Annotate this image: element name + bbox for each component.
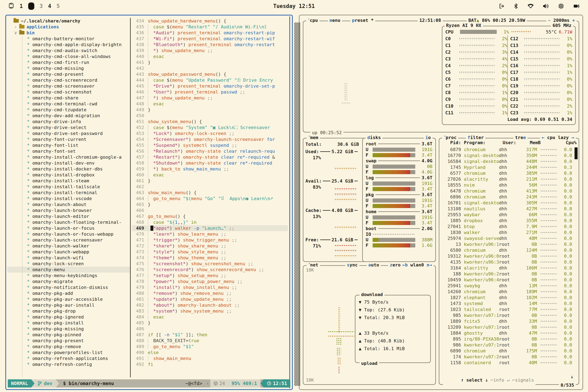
tree-file-item[interactable]: * omarchy-drive-set-password bbox=[7, 130, 130, 136]
process-row[interactable]: 25953waybardhh66M0.0 bbox=[440, 212, 573, 218]
tree-file-item[interactable]: * omarchy-drive-info bbox=[7, 118, 130, 124]
tree-file-item[interactable]: * omarchy-install-steam bbox=[7, 178, 130, 184]
tree-file-item[interactable]: * omarchy-cmd-close-all-windows bbox=[7, 54, 130, 60]
code-line[interactable]: 478 *power*) show_setup_power_menu ;; bbox=[132, 278, 288, 284]
code-line[interactable]: 443show_update_password_menu() { bbox=[132, 71, 288, 77]
code-line[interactable]: 440 esac bbox=[132, 54, 288, 60]
code-line[interactable]: 442 bbox=[132, 65, 288, 71]
tree-file-item[interactable]: * omarchy-install-tailscale bbox=[7, 184, 130, 190]
workspace-3[interactable]: 3 bbox=[40, 3, 43, 9]
bluetooth-icon[interactable] bbox=[513, 3, 519, 10]
tree-file-item[interactable]: * omarchy-pkg-remove bbox=[7, 344, 130, 350]
code-line[interactable]: 454 *Screensaver*) omarchy-launch-screen… bbox=[132, 136, 288, 142]
code-line[interactable]: 455 *Suspend*) systemctl suspend ;; bbox=[132, 142, 288, 148]
menu-button[interactable]: menu bbox=[328, 18, 342, 23]
tree-file-item[interactable]: * omarchy-launch-editor bbox=[7, 213, 130, 219]
tree-file-item[interactable]: * omarchy-cmd-first-run bbox=[7, 60, 130, 65]
tree-file-item[interactable]: * omarchy-pkg-pinned bbox=[7, 332, 130, 338]
code-line[interactable]: 462 bbox=[132, 184, 288, 190]
tree-file-item[interactable]: * omarchy-launch-about bbox=[7, 202, 130, 208]
code-line[interactable]: 481 *update*) show_update_menu ;; bbox=[132, 296, 288, 302]
tree-file-item[interactable]: * omarchy-install-dropbox bbox=[7, 172, 130, 178]
tree-file-item[interactable]: * omarchy-cmd-present bbox=[7, 71, 130, 77]
tree-file-item[interactable]: * omarchy-launch-floating-terminal- bbox=[7, 219, 130, 225]
tree-file-item[interactable]: * omarchy-pkg-aur-install bbox=[7, 302, 130, 308]
select-keys[interactable]: ↑ select ↓ bbox=[461, 378, 488, 382]
process-row[interactable]: 895irq/80-PIXA3854:root0B0.0 bbox=[440, 336, 573, 342]
tree-file-item[interactable]: * omarchy-launch-screensaver bbox=[7, 237, 130, 243]
process-row[interactable]: 1023tailscaledroot77M0.0 bbox=[440, 306, 573, 312]
process-row[interactable]: 13kworker/u96:1-sdroot0B0.0 bbox=[440, 241, 573, 247]
code-line[interactable]: 456 *Relaunch*) omarchy-state clear rela… bbox=[132, 148, 288, 154]
tree-file-item[interactable]: * omarchy-refresh-config bbox=[7, 362, 130, 367]
code-line[interactable]: 449} bbox=[132, 107, 288, 113]
tree-file-item[interactable]: * omarchy-cmd-audio-switch bbox=[7, 48, 130, 54]
tree-folder-applications[interactable]: ›applications bbox=[7, 24, 130, 30]
code-line[interactable]: 466 bbox=[132, 208, 288, 213]
tree-file-item[interactable]: * omarchy-cmd-terminal-cwd bbox=[7, 101, 130, 107]
tree-file-item[interactable]: * omarchy-install-chromium-google-a bbox=[7, 154, 130, 160]
code-line[interactable]: 445 *Drive*) present_terminal omarchy-dr… bbox=[132, 83, 288, 89]
process-row[interactable]: 13209kworker/u97:10-broot0B0.0 bbox=[440, 324, 573, 330]
process-row[interactable]: 174kworker/u97:2-btroot0B0.0 bbox=[440, 354, 573, 360]
code-editor[interactable]: 434show_update_hardware_menu() {435 case… bbox=[132, 18, 288, 377]
process-row[interactable]: 985kworker/u97:13+eroot0B0.0 bbox=[440, 312, 573, 318]
code-line[interactable]: 464 go_to_menu "$(menu "Go" "⠿ Apps\n◉ L… bbox=[132, 196, 288, 202]
process-row[interactable]: 25941swaybgdhh13M0.0 bbox=[440, 283, 573, 289]
code-line[interactable]: 450 bbox=[132, 113, 288, 118]
net-sync-button[interactable]: sync bbox=[345, 262, 359, 268]
code-line[interactable]: 446 *User*) present_terminal passwd ;; bbox=[132, 89, 288, 95]
tree-folder-bin[interactable]: ∨bin bbox=[7, 30, 130, 36]
battery-charging-icon[interactable] bbox=[572, 3, 580, 9]
process-row[interactable]: 1745Hyprlanddhh244M0.3 bbox=[440, 164, 573, 170]
code-line[interactable]: 467go_to_menu() { bbox=[132, 213, 288, 219]
info-key[interactable]: info ↵ bbox=[493, 378, 510, 382]
process-row[interactable]: 1158containerdroot40M0.0 bbox=[440, 360, 573, 366]
code-line[interactable]: 473 *style*) show_style_menu ;; bbox=[132, 249, 288, 255]
net-interface-selector[interactable]: ←b wlan0 n→ bbox=[400, 262, 434, 268]
tree-file-item[interactable]: * omarchy-font-set bbox=[7, 148, 130, 154]
process-row[interactable]: 6580chromiumdhh124M0.0 bbox=[440, 247, 573, 253]
tree-file-item[interactable]: * omarchy-cmd-apple-display-brightn bbox=[7, 42, 130, 48]
tree-file-item[interactable]: * omarchy-pkg-present bbox=[7, 338, 130, 344]
code-line[interactable]: 471 *trigger*) show_trigger_menu ;; bbox=[132, 237, 288, 243]
process-row[interactable]: 16770signal-desktopdhh350M0.0 bbox=[440, 152, 573, 158]
tree-file-item[interactable]: * omarchy-cmd-screenrecord bbox=[7, 77, 130, 83]
process-row[interactable]: 25974swayosd-serverdhh48M0.0 bbox=[440, 236, 573, 241]
code-line[interactable]: 437 *Wi-Fi*) present_terminal omarchy-re… bbox=[132, 36, 288, 42]
code-line[interactable]: 435 case $(menu "Restart" "♪ Audio\n≋ Wi… bbox=[132, 24, 288, 30]
process-row[interactable]: 6879chromiumdhh317M0.0 bbox=[440, 146, 573, 152]
process-row[interactable]: 16584signal-desktopdhh448M0.0 bbox=[440, 158, 573, 164]
code-line[interactable]: 441} bbox=[132, 60, 288, 65]
tree-file-item[interactable]: * omarchy-cmd-share bbox=[7, 95, 130, 101]
process-row[interactable]: 1884ghosttydhh47M0.0 bbox=[440, 330, 573, 336]
tree-file-item[interactable]: * omarchy-cmd-screenshot bbox=[7, 89, 130, 95]
code-line[interactable]: 463show_main_menu() { bbox=[132, 190, 288, 196]
tree-file-item[interactable]: * omarchy-lock-screen bbox=[7, 261, 130, 267]
process-row[interactable]: 13108nautilusdhh427M0.0 bbox=[440, 206, 573, 212]
chip-icon[interactable] bbox=[558, 3, 564, 10]
process-row[interactable]: 27041btopdhh7.9M0.0 bbox=[440, 224, 573, 230]
scroll-down-indicator[interactable]: ↓ bbox=[571, 374, 573, 379]
process-row[interactable]: 1889fcitx5dhh33M0.0 bbox=[440, 318, 573, 324]
tree-file-item[interactable]: * omarchy-cmd-tzupdate bbox=[7, 107, 130, 113]
code-line[interactable]: 438 *Bluetooth*) present_terminal omarch… bbox=[132, 42, 288, 48]
code-line[interactable]: 480 *remove*) show_remove_menu ;; bbox=[132, 290, 288, 296]
tree-file-item[interactable]: * omarchy-install-docker-dbs bbox=[7, 166, 130, 172]
proc-sort-selector[interactable]: ← cpu lazy → bbox=[540, 135, 576, 140]
process-row[interactable]: 6577chromiumdhh385M0.0 bbox=[440, 170, 573, 176]
code-line[interactable]: 482 *about*) omarchy-launch-about ;; bbox=[132, 302, 288, 308]
process-row[interactable]: 1885dropboxdhh355M0.0 bbox=[440, 218, 573, 224]
logout-icon[interactable] bbox=[498, 3, 505, 10]
code-line[interactable]: 469 *apps*) walker -p "Launch…" ;; bbox=[132, 225, 288, 231]
tree-file-item[interactable]: * omarchy-launch-walker bbox=[7, 243, 130, 249]
process-row[interactable]: 986kworker/u97:14-kroot0B0.0 bbox=[440, 342, 573, 348]
screen-record-icon[interactable] bbox=[8, 3, 14, 10]
process-row[interactable]: 18555nvimdhh56M0.0 bbox=[440, 182, 573, 188]
code-line[interactable]: 472 *share*) show_share_menu ;; bbox=[132, 243, 288, 249]
code-line[interactable]: 444 case $(menu "Update Password" "⚿ Dri… bbox=[132, 77, 288, 83]
process-row[interactable]: 27026alacrittydhh211M0.0 bbox=[440, 176, 573, 182]
process-row[interactable]: 1830walkerdhh271M0.0 bbox=[440, 230, 573, 236]
code-line[interactable]: 447 *) show_update_menu ;; bbox=[132, 95, 288, 101]
code-line[interactable]: 492fi bbox=[132, 362, 288, 367]
